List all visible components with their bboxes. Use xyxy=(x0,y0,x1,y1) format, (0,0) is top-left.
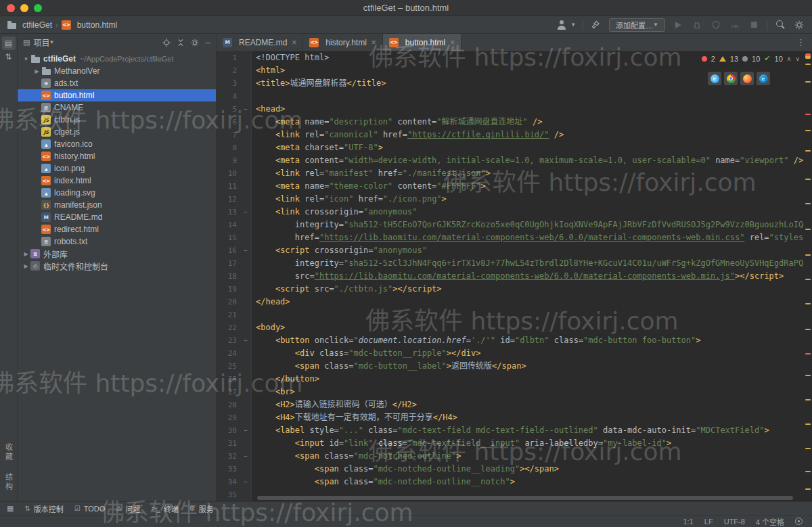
tree-item-ctget.js[interactable]: JSctget.js xyxy=(18,126,216,138)
fold-marker-icon[interactable]: − xyxy=(240,476,252,488)
line-number[interactable]: 19 xyxy=(217,283,240,296)
editor-tab-README.md[interactable]: MREADME.md× xyxy=(217,34,303,51)
stripe-mark[interactable] xyxy=(805,254,811,256)
line-number[interactable]: 22 xyxy=(217,321,240,334)
stripe-mark[interactable] xyxy=(805,114,811,115)
tree-item-临时文件和控制台[interactable]: ▶◴临时文件和控制台 xyxy=(18,260,216,272)
line-number[interactable]: 24 xyxy=(217,347,240,360)
line-number[interactable]: 9 xyxy=(217,154,240,167)
line-number[interactable]: 21 xyxy=(217,308,240,321)
search-everywhere-icon[interactable] xyxy=(774,19,786,31)
code-line[interactable]: 16− <script crossorigin="anonymous" xyxy=(217,244,804,257)
tree-item-redirect.html[interactable]: <>redirect.html xyxy=(18,223,216,235)
minimize-window-button[interactable] xyxy=(20,4,28,12)
status-line-ending[interactable]: LF xyxy=(704,518,713,526)
tool-window-switcher-icon[interactable]: ▦ xyxy=(7,504,14,513)
line-number[interactable]: 1 xyxy=(217,51,240,64)
line-number[interactable]: 29 xyxy=(217,411,240,424)
stripe-mark[interactable] xyxy=(805,329,811,330)
fold-marker-icon[interactable]: − xyxy=(240,424,252,437)
code-line[interactable]: 17 integrity="sha512-5zCl3JhN4Fqq6+irTX1… xyxy=(217,257,804,270)
code-line[interactable]: 10 <link rel="manifest" href="./manifest… xyxy=(217,167,804,180)
editor-tab-button.html[interactable]: <>button.html× xyxy=(383,34,461,51)
stripe-mark[interactable] xyxy=(805,203,811,204)
code-line[interactable]: 18 src="https://lib.baomitu.com/material… xyxy=(217,270,804,283)
line-number[interactable]: 6 xyxy=(217,116,240,129)
coverage-button[interactable] xyxy=(710,19,722,31)
build-hammer-icon[interactable] xyxy=(590,19,602,31)
line-number[interactable]: 26 xyxy=(217,373,240,386)
tool-window-button-服务[interactable]: ⚙服务 xyxy=(189,503,214,514)
ie-browser-icon[interactable]: e xyxy=(708,72,721,85)
line-number[interactable]: 15 xyxy=(217,231,240,244)
tool-window-button-问题[interactable]: ⚠问题 xyxy=(116,503,140,514)
code-line[interactable]: 24 <div class="mdc-button__ripple"></div… xyxy=(217,347,804,360)
code-line[interactable]: 19 <script src="./ctbtn.js"></script> xyxy=(217,283,804,296)
tool-window-button-TODO[interactable]: ☑TODO xyxy=(74,505,106,513)
code-line[interactable]: 21 xyxy=(217,308,804,321)
code-line[interactable]: 26 </button> xyxy=(217,373,804,386)
run-button[interactable] xyxy=(672,19,684,31)
hide-panel-icon[interactable]: ─ xyxy=(205,39,210,47)
line-number[interactable]: 10 xyxy=(217,167,240,180)
project-header-caret-icon[interactable]: ▼ xyxy=(49,39,54,45)
user-profile-icon[interactable] xyxy=(556,19,568,31)
line-number[interactable]: 2 xyxy=(217,64,240,77)
line-number[interactable]: 17 xyxy=(217,257,240,270)
inspections-widget[interactable]: 2 13 10 ✔ 10 ∧ ∨ xyxy=(702,54,800,63)
close-tab-icon[interactable]: × xyxy=(371,38,376,47)
tree-item-MethanolVer[interactable]: ▶MethanolVer xyxy=(18,65,216,77)
line-number[interactable]: 35 xyxy=(217,488,240,501)
close-tab-icon[interactable]: × xyxy=(450,38,455,47)
line-number[interactable]: 33 xyxy=(217,463,240,476)
stripe-mark[interactable] xyxy=(805,488,811,490)
tab-options-icon[interactable]: ⋮ xyxy=(790,37,812,47)
editor[interactable]: 1<!DOCTYPE html>2<html>3<title>城通网盘解析器</… xyxy=(217,51,812,501)
breadcrumb-item[interactable]: ctfileGet xyxy=(7,20,52,30)
horizontal-scrollbar[interactable] xyxy=(257,496,793,500)
collapse-all-icon[interactable] xyxy=(177,39,185,47)
stripe-mark[interactable] xyxy=(805,471,811,472)
code-line[interactable]: 12 <link rel="icon" href="./icon.png"> xyxy=(217,193,804,206)
tree-item-README.md[interactable]: MREADME.md xyxy=(18,211,216,223)
stripe-mark[interactable] xyxy=(805,448,811,449)
line-number[interactable]: 34 xyxy=(217,476,240,488)
firefox-browser-icon[interactable] xyxy=(740,72,754,85)
code-line[interactable]: 28 <H2>请输入链接和密码（可选）</H2> xyxy=(217,398,804,411)
zoom-window-button[interactable] xyxy=(34,4,42,12)
code-line[interactable]: 30− <label style="..." class="mdc-text-f… xyxy=(217,424,804,437)
line-number[interactable]: 13 xyxy=(217,206,240,219)
tool-window-button-终端[interactable]: >_终端 xyxy=(151,503,178,514)
stripe-mark[interactable] xyxy=(805,150,811,152)
code-line[interactable]: 15 href="https://lib.baomitu.com/materia… xyxy=(217,231,804,244)
tree-item-manifest.json[interactable]: {}manifest.json xyxy=(18,199,216,211)
line-number[interactable]: 7 xyxy=(217,129,240,141)
settings-gear-icon[interactable] xyxy=(793,19,805,31)
line-number[interactable]: 14 xyxy=(217,219,240,231)
line-number[interactable]: 31 xyxy=(217,437,240,450)
close-window-button[interactable] xyxy=(7,4,15,12)
close-tab-icon[interactable]: × xyxy=(292,38,296,47)
stripe-mark[interactable] xyxy=(805,375,811,376)
status-caret-position[interactable]: 1:1 xyxy=(683,518,694,526)
tree-item-ctbtn.js[interactable]: JSctbtn.js xyxy=(18,114,216,126)
status-indent-size[interactable]: 4 个空格 xyxy=(756,516,784,527)
code-line[interactable]: 29 <H4>下载地址有一定有效期，不可用于分享</H4> xyxy=(217,411,804,424)
fold-marker-icon[interactable]: − xyxy=(240,334,252,347)
breadcrumb-item[interactable]: <>button.html xyxy=(62,20,117,30)
line-number[interactable]: 23 xyxy=(217,334,240,347)
fold-marker-icon[interactable]: − xyxy=(240,206,252,219)
line-number[interactable]: 20 xyxy=(217,296,240,308)
editor-tab-history.html[interactable]: <>history.html× xyxy=(303,34,382,51)
code-line[interactable]: 33 <span class="mdc-notched-outline__lea… xyxy=(217,463,804,476)
code-line[interactable]: 23− <button onclick="document.location.h… xyxy=(217,334,804,347)
code-line[interactable]: 9 <meta content="width=device-width, ini… xyxy=(217,154,804,167)
chevron-icon[interactable]: ▶ xyxy=(22,263,30,269)
line-number[interactable]: 28 xyxy=(217,398,240,411)
commit-tool-button[interactable]: ⇅ xyxy=(2,50,16,64)
code-line[interactable]: 7 <link rel="canonical" href="https://ct… xyxy=(217,129,804,141)
stripe-mark[interactable] xyxy=(805,179,811,180)
status-encoding[interactable]: UTF-8 xyxy=(724,518,745,526)
stripe-mark[interactable] xyxy=(805,229,811,230)
project-tool-button[interactable]: ▤ xyxy=(2,37,16,50)
